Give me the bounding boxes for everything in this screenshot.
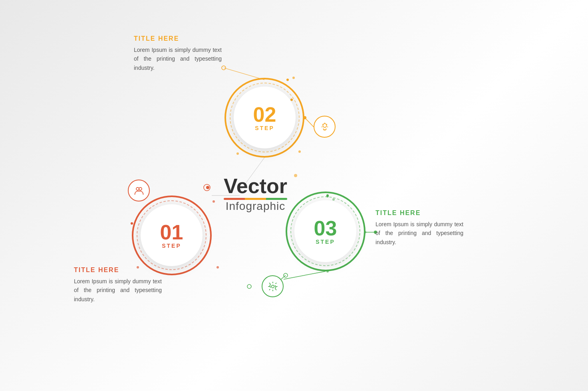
- step01-number: 01: [160, 222, 183, 243]
- step03-label: STEP: [316, 239, 335, 245]
- step01-label: STEP: [162, 243, 181, 249]
- step03-circle: 03 STEP: [294, 200, 356, 262]
- connection-lines: [0, 0, 588, 391]
- svg-point-35: [139, 187, 142, 190]
- svg-point-11: [206, 186, 209, 189]
- step02-number: 02: [253, 104, 276, 125]
- text-block-01-body: Lorem Ipsum is simply dummy text of the …: [74, 277, 162, 304]
- text-block-02-title: TITLE HERE: [134, 35, 222, 42]
- svg-point-14: [247, 284, 251, 288]
- text-block-01-title: TITLE HERE: [74, 267, 162, 274]
- text-block-02-body: Lorem Ipsum is simply dummy text of the …: [134, 45, 222, 72]
- text-block-03-body: Lorem Ipsum is simply dummy text of the …: [375, 220, 463, 247]
- svg-point-33: [323, 123, 326, 127]
- svg-point-34: [136, 187, 139, 190]
- step02-label: STEP: [255, 125, 274, 131]
- text-block-03: TITLE HERE Lorem Ipsum is simply dummy t…: [375, 209, 463, 247]
- center-sub-title: Infographic: [224, 200, 287, 213]
- svg-point-24: [213, 200, 215, 203]
- icon-circle-red: [128, 180, 150, 201]
- svg-line-13: [284, 271, 326, 279]
- text-block-03-title: TITLE HERE: [375, 209, 463, 217]
- svg-point-36: [271, 285, 274, 288]
- center-main-title: Vector: [224, 176, 287, 196]
- svg-point-7: [294, 174, 297, 177]
- icon-circle-yellow: [314, 116, 336, 138]
- svg-point-4: [222, 66, 226, 70]
- text-block-02: TITLE HERE Lorem Ipsum is simply dummy t…: [134, 35, 222, 72]
- svg-line-0: [305, 118, 314, 127]
- center-title: Vector Infographic: [224, 176, 287, 213]
- icon-circle-green: [262, 275, 284, 297]
- svg-point-23: [298, 150, 301, 153]
- svg-point-27: [217, 266, 219, 269]
- step02-circle: 02 STEP: [234, 87, 296, 148]
- svg-point-5: [286, 79, 289, 81]
- svg-point-22: [292, 77, 295, 79]
- svg-point-10: [131, 222, 133, 225]
- svg-point-31: [284, 273, 288, 277]
- step03-number: 03: [314, 218, 337, 239]
- svg-point-12: [204, 184, 210, 191]
- svg-point-21: [236, 152, 239, 155]
- infographic-container: 02 STEP 01 STEP 03 STEP: [0, 0, 588, 391]
- text-block-01: TITLE HERE Lorem Ipsum is simply dummy t…: [74, 267, 162, 304]
- step01-circle: 01 STEP: [141, 204, 203, 266]
